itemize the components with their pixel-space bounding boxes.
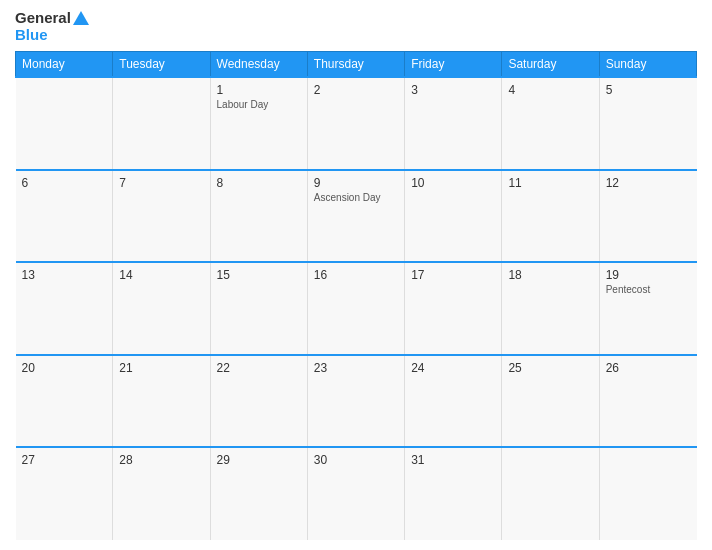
day-number: 16 [314,268,398,282]
calendar-cell: 9Ascension Day [307,170,404,263]
calendar-cell: 30 [307,447,404,540]
day-number: 2 [314,83,398,97]
weekday-header-sunday: Sunday [599,52,696,78]
week-row-1: 1Labour Day2345 [16,77,697,170]
day-number: 28 [119,453,203,467]
day-number: 21 [119,361,203,375]
day-number: 1 [217,83,301,97]
calendar-cell: 25 [502,355,599,448]
calendar-cell: 1Labour Day [210,77,307,170]
week-row-2: 6789Ascension Day101112 [16,170,697,263]
calendar-cell: 27 [16,447,113,540]
day-number: 12 [606,176,691,190]
day-number: 3 [411,83,495,97]
logo: GeneralBlue [15,10,89,43]
calendar-table: MondayTuesdayWednesdayThursdayFridaySatu… [15,51,697,540]
day-number: 11 [508,176,592,190]
weekday-header-friday: Friday [405,52,502,78]
calendar-cell: 12 [599,170,696,263]
day-number: 5 [606,83,691,97]
weekday-header-tuesday: Tuesday [113,52,210,78]
calendar-cell: 3 [405,77,502,170]
calendar-cell: 8 [210,170,307,263]
day-number: 31 [411,453,495,467]
logo-general-text: General [15,10,71,27]
day-number: 13 [22,268,107,282]
calendar-cell: 26 [599,355,696,448]
calendar-cell: 2 [307,77,404,170]
calendar-cell: 7 [113,170,210,263]
calendar-cell: 17 [405,262,502,355]
calendar-cell: 24 [405,355,502,448]
calendar-cell: 5 [599,77,696,170]
logo-blue-text: Blue [15,27,89,44]
calendar-cell [16,77,113,170]
week-row-5: 2728293031 [16,447,697,540]
calendar-cell [502,447,599,540]
calendar-cell [113,77,210,170]
weekday-header-thursday: Thursday [307,52,404,78]
day-number: 4 [508,83,592,97]
day-number: 7 [119,176,203,190]
calendar-cell [599,447,696,540]
week-row-3: 13141516171819Pentecost [16,262,697,355]
day-number: 30 [314,453,398,467]
day-number: 27 [22,453,107,467]
day-number: 10 [411,176,495,190]
day-number: 23 [314,361,398,375]
calendar-cell: 10 [405,170,502,263]
calendar-cell: 22 [210,355,307,448]
page-header: GeneralBlue [15,10,697,43]
day-number: 22 [217,361,301,375]
day-number: 24 [411,361,495,375]
calendar-cell: 4 [502,77,599,170]
day-number: 6 [22,176,107,190]
calendar-cell: 28 [113,447,210,540]
calendar-cell: 16 [307,262,404,355]
calendar-cell: 29 [210,447,307,540]
weekday-header-saturday: Saturday [502,52,599,78]
calendar-cell: 15 [210,262,307,355]
calendar-cell: 11 [502,170,599,263]
day-number: 25 [508,361,592,375]
day-number: 18 [508,268,592,282]
calendar-cell: 6 [16,170,113,263]
logo-triangle-icon [73,11,89,25]
calendar-cell: 18 [502,262,599,355]
week-row-4: 20212223242526 [16,355,697,448]
day-number: 8 [217,176,301,190]
weekday-header-wednesday: Wednesday [210,52,307,78]
day-number: 17 [411,268,495,282]
day-number: 19 [606,268,691,282]
event-label: Ascension Day [314,192,398,203]
day-number: 9 [314,176,398,190]
calendar-cell: 20 [16,355,113,448]
day-number: 29 [217,453,301,467]
calendar-cell: 14 [113,262,210,355]
calendar-cell: 13 [16,262,113,355]
event-label: Pentecost [606,284,691,295]
day-number: 20 [22,361,107,375]
day-number: 26 [606,361,691,375]
day-number: 15 [217,268,301,282]
calendar-cell: 19Pentecost [599,262,696,355]
calendar-cell: 31 [405,447,502,540]
weekday-header-row: MondayTuesdayWednesdayThursdayFridaySatu… [16,52,697,78]
event-label: Labour Day [217,99,301,110]
weekday-header-monday: Monday [16,52,113,78]
day-number: 14 [119,268,203,282]
calendar-cell: 21 [113,355,210,448]
calendar-cell: 23 [307,355,404,448]
